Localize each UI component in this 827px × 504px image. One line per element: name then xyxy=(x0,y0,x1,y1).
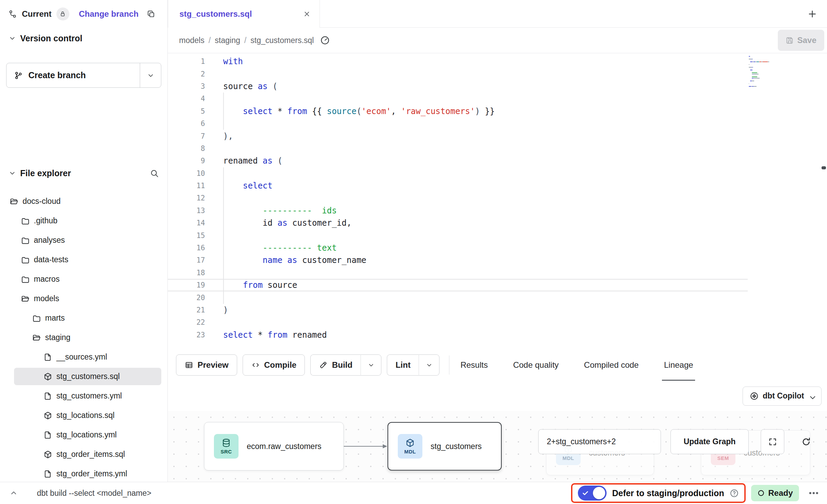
help-icon[interactable] xyxy=(730,489,739,498)
file-tree-label: stg_locations.sql xyxy=(56,411,114,420)
code-line-6[interactable]: 6 xyxy=(168,117,748,130)
code-line-21[interactable]: 21) xyxy=(168,304,748,316)
code-line-5[interactable]: 5 select * from {{ source('ecom', 'raw_c… xyxy=(168,105,748,117)
copy-icon[interactable] xyxy=(147,10,155,18)
results-tab-lineage[interactable]: Lineage xyxy=(662,349,695,381)
results-tab-compiled-code[interactable]: Compiled code xyxy=(582,349,641,381)
lineage-selector-input[interactable] xyxy=(538,429,661,454)
editor-scrollbar-thumb[interactable] xyxy=(822,166,826,169)
fullscreen-button[interactable] xyxy=(761,429,784,454)
code-line-12[interactable]: 12 xyxy=(168,192,748,204)
create-branch-caret[interactable] xyxy=(140,63,161,87)
lineage-node-stg-customers[interactable]: MDL stg_customers xyxy=(388,422,502,471)
file-tree-item-stg_locations.sql[interactable]: stg_locations.sql xyxy=(0,406,167,425)
file-tree-item-__sources.yml[interactable]: __sources.yml xyxy=(0,347,167,367)
code-text xyxy=(205,167,223,180)
file-tree-item-analyses[interactable]: analyses xyxy=(0,230,167,250)
change-branch-link[interactable]: Change branch xyxy=(79,9,139,19)
src-badge: SRC xyxy=(214,434,239,459)
dbt-copilot-button[interactable]: dbt Copilot xyxy=(743,387,822,406)
code-line-9[interactable]: 9renamed as ( xyxy=(168,155,748,167)
file-icon xyxy=(43,470,52,478)
lint-caret[interactable] xyxy=(419,354,439,376)
code-line-17[interactable]: 17 name as customer_name xyxy=(168,254,748,266)
command-bar[interactable]: dbt build --select <model_name> xyxy=(37,489,151,498)
code-line-19[interactable]: 19 from source xyxy=(168,279,748,291)
file-tree-item-stg_customers.yml[interactable]: stg_customers.yml xyxy=(0,386,167,406)
file-icon xyxy=(43,353,52,362)
status-bar: dbt build --select <model_name> Defer to… xyxy=(0,482,827,504)
file-tree: docs-cloud.githubanalysesdata-testsmacro… xyxy=(0,192,167,482)
refresh-button[interactable] xyxy=(794,429,818,454)
tab-stg-customers-sql[interactable]: stg_customers.sql xyxy=(168,0,320,28)
line-number: 11 xyxy=(168,182,205,190)
file-tree-item-stg_order_items.yml[interactable]: stg_order_items.yml xyxy=(0,464,167,482)
code-line-16[interactable]: 16 ---------- text xyxy=(168,242,748,254)
branch-lock-badge xyxy=(56,8,69,20)
code-text: ---------- text xyxy=(205,242,337,254)
results-tab-code-quality[interactable]: Code quality xyxy=(511,349,560,381)
code-line-22[interactable]: 22 xyxy=(168,316,748,328)
save-button[interactable]: Save xyxy=(778,30,824,51)
breadcrumb-part: stg_customers.sql xyxy=(250,36,314,45)
file-tree-item-stg_customers.sql[interactable]: stg_customers.sql xyxy=(0,367,167,386)
code-line-20[interactable]: 20 xyxy=(168,291,748,304)
file-explorer-header[interactable]: File explorer xyxy=(0,163,167,183)
code-line-23[interactable]: 23select * from renamed xyxy=(168,329,748,341)
defer-toggle[interactable] xyxy=(578,486,607,501)
code-line-4[interactable]: 4 xyxy=(168,93,748,105)
main-panel: stg_customers.sql models / staging / stg… xyxy=(168,0,827,482)
version-control-title: Version control xyxy=(20,33,82,43)
file-tree-label: stg_order_items.sql xyxy=(56,450,125,459)
line-number: 22 xyxy=(168,318,205,326)
line-number: 16 xyxy=(168,244,205,252)
code-text xyxy=(205,267,223,279)
new-tab-button[interactable] xyxy=(798,0,827,28)
code-line-10[interactable]: 10 xyxy=(168,167,748,180)
create-branch-button[interactable]: Create branch xyxy=(6,63,140,87)
file-tree-item-data-tests[interactable]: data-tests xyxy=(0,250,167,269)
search-icon[interactable] xyxy=(150,169,159,178)
code-line-11[interactable]: 11 select xyxy=(168,180,748,192)
file-tree-item-models[interactable]: models xyxy=(0,289,167,308)
file-tree-item-macros[interactable]: macros xyxy=(0,269,167,289)
lint-button[interactable]: Lint xyxy=(387,354,419,376)
file-tree-item-.github[interactable]: .github xyxy=(0,211,167,230)
lineage-node-ecom-raw-customers[interactable]: SRC ecom.raw_customers xyxy=(204,422,344,471)
code-line-18[interactable]: 18 xyxy=(168,267,748,279)
minimap[interactable] xyxy=(749,56,794,87)
git-branch-icon xyxy=(8,10,17,18)
more-menu-button[interactable] xyxy=(804,487,823,499)
close-icon[interactable] xyxy=(303,10,311,18)
lint-split-button: Lint xyxy=(387,354,439,376)
code-line-7[interactable]: 7), xyxy=(168,130,748,142)
file-tree-item-stg_order_items.sql[interactable]: stg_order_items.sql xyxy=(0,445,167,464)
create-branch-split-button: Create branch xyxy=(6,63,161,88)
file-tree-item-docs-cloud[interactable]: docs-cloud xyxy=(0,192,167,211)
chevron-up-icon[interactable] xyxy=(10,489,18,497)
preview-button[interactable]: Preview xyxy=(176,354,237,376)
compile-button[interactable]: Compile xyxy=(243,354,305,376)
code-line-14[interactable]: 14 id as customer_id, xyxy=(168,217,748,229)
file-tree-item-marts[interactable]: marts xyxy=(0,308,167,328)
code-line-8[interactable]: 8 xyxy=(168,142,748,155)
code-line-15[interactable]: 15 xyxy=(168,229,748,241)
build-caret[interactable] xyxy=(361,354,381,376)
code-line-3[interactable]: 3source as ( xyxy=(168,80,748,93)
model-icon xyxy=(43,372,52,381)
file-tree-item-staging[interactable]: staging xyxy=(0,328,167,347)
database-icon xyxy=(221,438,231,448)
code-line-2[interactable]: 2 xyxy=(168,68,748,80)
code-line-1[interactable]: 1with xyxy=(168,55,748,68)
lineage-graph[interactable]: MDL customers SEM customers SRC xyxy=(168,411,827,482)
file-tree-label: staging xyxy=(45,333,70,342)
version-control-header[interactable]: Version control xyxy=(0,28,167,49)
line-number: 12 xyxy=(168,194,205,202)
gauge-icon[interactable] xyxy=(320,35,330,45)
build-label: Build xyxy=(332,360,352,370)
code-line-13[interactable]: 13 ---------- ids xyxy=(168,205,748,217)
results-tab-results[interactable]: Results xyxy=(458,349,490,381)
update-graph-button[interactable]: Update Graph xyxy=(670,429,749,454)
build-button[interactable]: Build xyxy=(310,354,361,376)
file-tree-item-stg_locations.yml[interactable]: stg_locations.yml xyxy=(0,425,167,445)
